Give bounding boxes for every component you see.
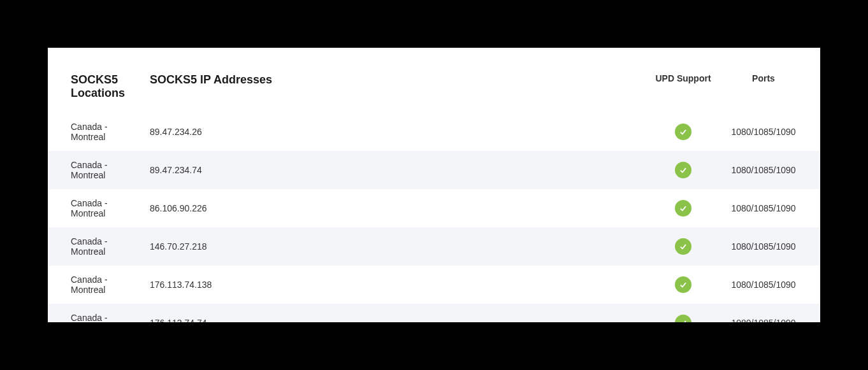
check-icon [675, 162, 691, 178]
cell-ip: 146.70.27.218 [143, 227, 648, 266]
check-icon [675, 124, 691, 140]
table-row: Canada - Montreal176.113.74.741080/1085/… [48, 304, 820, 322]
socks5-panel: SOCKS5 Locations SOCKS5 IP Addresses UPD… [48, 48, 820, 322]
table-row: Canada - Montreal146.70.27.2181080/1085/… [48, 227, 820, 266]
check-icon [675, 276, 691, 293]
cell-location: Canada - Montreal [48, 113, 143, 151]
cell-ip: 89.47.234.26 [143, 113, 648, 151]
table-row: Canada - Montreal89.47.234.741080/1085/1… [48, 151, 820, 189]
socks5-table: SOCKS5 Locations SOCKS5 IP Addresses UPD… [48, 73, 820, 322]
header-udp-support: UPD Support [648, 73, 718, 113]
header-ip-addresses: SOCKS5 IP Addresses [143, 73, 648, 113]
cell-ports: 1080/1085/1090 [718, 304, 820, 322]
cell-udp [648, 227, 718, 266]
table-row: Canada - Montreal89.47.234.261080/1085/1… [48, 113, 820, 151]
cell-ip: 176.113.74.74 [143, 304, 648, 322]
cell-location: Canada - Montreal [48, 189, 143, 227]
header-locations: SOCKS5 Locations [48, 73, 143, 113]
table-row: Canada - Montreal176.113.74.1381080/1085… [48, 266, 820, 304]
cell-udp [648, 189, 718, 227]
check-icon [675, 238, 691, 255]
cell-location: Canada - Montreal [48, 304, 143, 322]
header-ports: Ports [718, 73, 820, 113]
cell-location: Canada - Montreal [48, 266, 143, 304]
cell-ip: 86.106.90.226 [143, 189, 648, 227]
cell-location: Canada - Montreal [48, 227, 143, 266]
cell-udp [648, 113, 718, 151]
table-header-row: SOCKS5 Locations SOCKS5 IP Addresses UPD… [48, 73, 820, 113]
cell-ports: 1080/1085/1090 [718, 151, 820, 189]
cell-ip: 176.113.74.138 [143, 266, 648, 304]
cell-ip: 89.47.234.74 [143, 151, 648, 189]
check-icon [675, 315, 691, 322]
table-row: Canada - Montreal86.106.90.2261080/1085/… [48, 189, 820, 227]
cell-location: Canada - Montreal [48, 151, 143, 189]
cell-ports: 1080/1085/1090 [718, 227, 820, 266]
cell-udp [648, 266, 718, 304]
cell-ports: 1080/1085/1090 [718, 113, 820, 151]
cell-ports: 1080/1085/1090 [718, 189, 820, 227]
cell-udp [648, 304, 718, 322]
check-icon [675, 200, 691, 217]
cell-udp [648, 151, 718, 189]
cell-ports: 1080/1085/1090 [718, 266, 820, 304]
